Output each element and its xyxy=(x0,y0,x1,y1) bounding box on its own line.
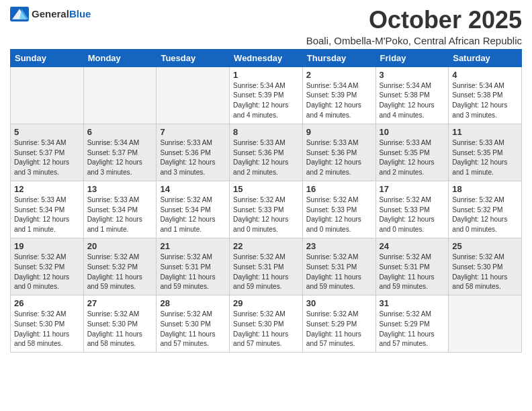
cell-text: Sunrise: 5:32 AMSunset: 5:33 PMDaylight:… xyxy=(380,195,445,235)
cell-text: Sunrise: 5:33 AMSunset: 5:36 PMDaylight:… xyxy=(160,138,226,178)
cal-cell-4-4: 30Sunrise: 5:32 AMSunset: 5:29 PMDayligh… xyxy=(302,295,375,353)
cell-text: Sunrise: 5:33 AMSunset: 5:35 PMDaylight:… xyxy=(452,138,518,178)
day-number: 20 xyxy=(87,241,153,251)
calendar-subtitle: Boali, Ombella-M'Poko, Central African R… xyxy=(306,35,522,46)
cal-cell-2-6: 18Sunrise: 5:32 AMSunset: 5:32 PMDayligh… xyxy=(449,181,522,238)
day-number: 19 xyxy=(14,241,80,251)
cell-text: Sunrise: 5:32 AMSunset: 5:30 PMDaylight:… xyxy=(87,310,153,349)
cell-text: Sunrise: 5:33 AMSunset: 5:34 PMDaylight:… xyxy=(87,195,153,235)
cell-text: Sunrise: 5:32 AMSunset: 5:33 PMDaylight:… xyxy=(306,195,372,235)
day-number: 17 xyxy=(380,184,445,194)
page: GeneralBlue October 2025 Boali, Ombella-… xyxy=(0,0,532,363)
cal-cell-0-1 xyxy=(83,66,157,124)
logo-icon xyxy=(10,7,29,21)
logo-general: GeneralBlue xyxy=(32,8,91,20)
cal-cell-2-5: 17Sunrise: 5:32 AMSunset: 5:33 PMDayligh… xyxy=(375,181,449,238)
cal-cell-3-2: 21Sunrise: 5:32 AMSunset: 5:31 PMDayligh… xyxy=(157,238,230,295)
day-number: 29 xyxy=(233,298,299,308)
day-number: 22 xyxy=(233,241,299,251)
cell-text: Sunrise: 5:32 AMSunset: 5:29 PMDaylight:… xyxy=(380,310,445,349)
day-number: 23 xyxy=(306,241,372,251)
day-number: 12 xyxy=(14,184,80,194)
title-block: October 2025 Boali, Ombella-M'Poko, Cent… xyxy=(306,7,522,46)
cell-text: Sunrise: 5:34 AMSunset: 5:37 PMDaylight:… xyxy=(87,138,153,178)
cell-text: Sunrise: 5:34 AMSunset: 5:38 PMDaylight:… xyxy=(452,81,518,121)
day-number: 9 xyxy=(306,127,372,137)
day-number: 18 xyxy=(452,184,518,194)
cell-text: Sunrise: 5:33 AMSunset: 5:34 PMDaylight:… xyxy=(14,195,80,235)
cal-cell-1-5: 10Sunrise: 5:33 AMSunset: 5:35 PMDayligh… xyxy=(375,124,449,181)
cal-cell-1-1: 6Sunrise: 5:34 AMSunset: 5:37 PMDaylight… xyxy=(83,124,157,181)
day-number: 3 xyxy=(380,70,445,80)
cal-cell-1-6: 11Sunrise: 5:33 AMSunset: 5:35 PMDayligh… xyxy=(449,124,522,181)
cell-text: Sunrise: 5:33 AMSunset: 5:36 PMDaylight:… xyxy=(233,138,299,178)
cal-cell-2-0: 12Sunrise: 5:33 AMSunset: 5:34 PMDayligh… xyxy=(11,181,84,238)
day-number: 8 xyxy=(233,127,299,137)
day-number: 26 xyxy=(14,298,80,308)
calendar-table: Sunday Monday Tuesday Wednesday Thursday… xyxy=(10,49,522,353)
cal-cell-4-1: 27Sunrise: 5:32 AMSunset: 5:30 PMDayligh… xyxy=(83,295,157,353)
calendar-body: 1Sunrise: 5:34 AMSunset: 5:39 PMDaylight… xyxy=(11,66,522,353)
cell-text: Sunrise: 5:32 AMSunset: 5:29 PMDaylight:… xyxy=(306,310,372,349)
day-number: 1 xyxy=(233,70,299,80)
cal-cell-3-6: 25Sunrise: 5:32 AMSunset: 5:30 PMDayligh… xyxy=(449,238,522,295)
week-row-3: 19Sunrise: 5:32 AMSunset: 5:32 PMDayligh… xyxy=(11,238,522,295)
day-number: 28 xyxy=(160,298,226,308)
cal-cell-0-3: 1Sunrise: 5:34 AMSunset: 5:39 PMDaylight… xyxy=(230,66,303,124)
day-number: 5 xyxy=(14,127,80,137)
header-saturday: Saturday xyxy=(449,49,522,66)
cell-text: Sunrise: 5:32 AMSunset: 5:30 PMDaylight:… xyxy=(14,310,80,349)
day-number: 25 xyxy=(452,241,518,251)
day-number: 21 xyxy=(160,241,226,251)
cal-cell-3-5: 24Sunrise: 5:32 AMSunset: 5:31 PMDayligh… xyxy=(375,238,449,295)
cell-text: Sunrise: 5:32 AMSunset: 5:32 PMDaylight:… xyxy=(452,195,518,235)
cal-cell-4-0: 26Sunrise: 5:32 AMSunset: 5:30 PMDayligh… xyxy=(11,295,84,353)
cell-text: Sunrise: 5:34 AMSunset: 5:37 PMDaylight:… xyxy=(14,138,80,178)
day-number: 27 xyxy=(87,298,153,308)
cal-cell-1-2: 7Sunrise: 5:33 AMSunset: 5:36 PMDaylight… xyxy=(157,124,230,181)
cell-text: Sunrise: 5:32 AMSunset: 5:32 PMDaylight:… xyxy=(87,253,153,292)
cal-cell-2-1: 13Sunrise: 5:33 AMSunset: 5:34 PMDayligh… xyxy=(83,181,157,238)
day-number: 4 xyxy=(452,70,518,80)
cell-text: Sunrise: 5:32 AMSunset: 5:31 PMDaylight:… xyxy=(380,253,445,292)
cell-text: Sunrise: 5:34 AMSunset: 5:39 PMDaylight:… xyxy=(233,81,299,121)
cal-cell-2-2: 14Sunrise: 5:32 AMSunset: 5:34 PMDayligh… xyxy=(157,181,230,238)
header-sunday: Sunday xyxy=(11,49,84,66)
cell-text: Sunrise: 5:32 AMSunset: 5:33 PMDaylight:… xyxy=(233,195,299,235)
cal-cell-2-4: 16Sunrise: 5:32 AMSunset: 5:33 PMDayligh… xyxy=(302,181,375,238)
header-thursday: Thursday xyxy=(302,49,375,66)
cal-cell-2-3: 15Sunrise: 5:32 AMSunset: 5:33 PMDayligh… xyxy=(230,181,303,238)
day-number: 11 xyxy=(452,127,518,137)
week-row-1: 5Sunrise: 5:34 AMSunset: 5:37 PMDaylight… xyxy=(11,124,522,181)
cal-cell-4-2: 28Sunrise: 5:32 AMSunset: 5:30 PMDayligh… xyxy=(157,295,230,353)
day-number: 13 xyxy=(87,184,153,194)
day-number: 15 xyxy=(233,184,299,194)
cell-text: Sunrise: 5:32 AMSunset: 5:30 PMDaylight:… xyxy=(160,310,226,349)
cal-cell-3-0: 19Sunrise: 5:32 AMSunset: 5:32 PMDayligh… xyxy=(11,238,84,295)
cal-cell-0-2 xyxy=(157,66,230,124)
cell-text: Sunrise: 5:33 AMSunset: 5:35 PMDaylight:… xyxy=(380,138,445,178)
calendar-title: October 2025 xyxy=(306,7,522,34)
cal-cell-3-4: 23Sunrise: 5:32 AMSunset: 5:31 PMDayligh… xyxy=(302,238,375,295)
logo: GeneralBlue xyxy=(10,7,91,21)
day-number: 31 xyxy=(380,298,445,308)
day-number: 24 xyxy=(380,241,445,251)
cell-text: Sunrise: 5:33 AMSunset: 5:36 PMDaylight:… xyxy=(306,138,372,178)
cal-cell-1-0: 5Sunrise: 5:34 AMSunset: 5:37 PMDaylight… xyxy=(11,124,84,181)
cal-cell-3-1: 20Sunrise: 5:32 AMSunset: 5:32 PMDayligh… xyxy=(83,238,157,295)
day-number: 2 xyxy=(306,70,372,80)
cell-text: Sunrise: 5:32 AMSunset: 5:31 PMDaylight:… xyxy=(306,253,372,292)
logo-text: GeneralBlue xyxy=(32,8,91,20)
day-number: 14 xyxy=(160,184,226,194)
week-row-4: 26Sunrise: 5:32 AMSunset: 5:30 PMDayligh… xyxy=(11,295,522,353)
cell-text: Sunrise: 5:32 AMSunset: 5:32 PMDaylight:… xyxy=(14,253,80,292)
cal-cell-0-4: 2Sunrise: 5:34 AMSunset: 5:39 PMDaylight… xyxy=(302,66,375,124)
cal-cell-4-5: 31Sunrise: 5:32 AMSunset: 5:29 PMDayligh… xyxy=(375,295,449,353)
cal-cell-3-3: 22Sunrise: 5:32 AMSunset: 5:31 PMDayligh… xyxy=(230,238,303,295)
day-number: 16 xyxy=(306,184,372,194)
day-number: 10 xyxy=(380,127,445,137)
day-number: 6 xyxy=(87,127,153,137)
header-row: Sunday Monday Tuesday Wednesday Thursday… xyxy=(11,49,522,66)
header: GeneralBlue October 2025 Boali, Ombella-… xyxy=(10,7,522,46)
cell-text: Sunrise: 5:34 AMSunset: 5:39 PMDaylight:… xyxy=(306,81,372,121)
